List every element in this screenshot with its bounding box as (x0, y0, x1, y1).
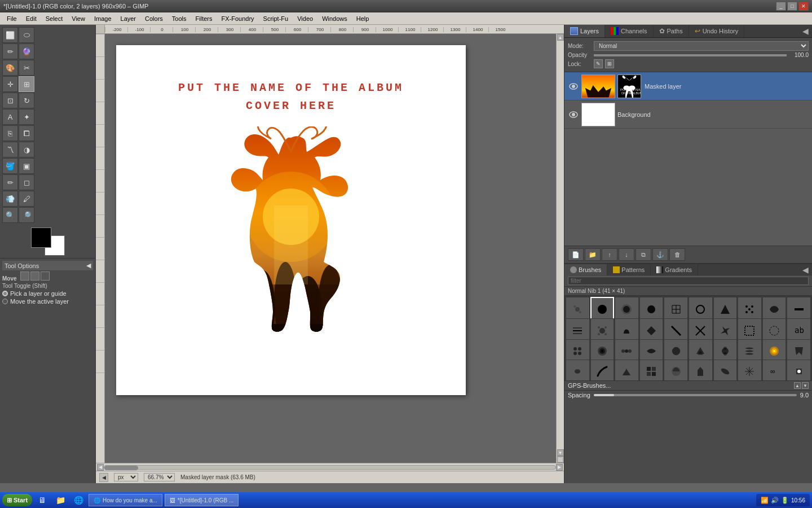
h-scrollbar-track[interactable] (104, 465, 556, 470)
tool-perspective[interactable]: ⧠ (19, 125, 34, 141)
tool-clone[interactable]: ⎘ (2, 125, 18, 141)
brush-item[interactable] (689, 360, 713, 380)
menu-layer[interactable]: Layer (116, 14, 141, 23)
tab-layers[interactable]: Layers (564, 25, 605, 37)
brush-item[interactable]: ∞ (762, 360, 787, 380)
menu-colors[interactable]: Colors (140, 14, 167, 23)
tool-heal[interactable]: ✦ (19, 109, 34, 125)
raise-layer-button[interactable]: ↑ (602, 248, 617, 261)
guides-icon[interactable] (30, 271, 39, 281)
menu-file[interactable]: File (2, 14, 21, 23)
brush-item[interactable] (664, 297, 688, 321)
layer-item-background[interactable]: Background (564, 100, 812, 129)
brush-item[interactable] (615, 297, 639, 321)
tool-ink[interactable]: 🖊 (19, 191, 34, 207)
scroll-down[interactable]: ▼ (557, 449, 564, 456)
layer-eye-background[interactable] (568, 109, 579, 120)
brushes-collapse-btn[interactable]: ◀ (799, 265, 812, 274)
tool-smudge[interactable]: 〽 (2, 142, 18, 157)
panel-collapse-btn[interactable]: ◀ (799, 27, 812, 36)
minimize-button[interactable]: _ (776, 2, 786, 11)
tool-bucket[interactable]: 🪣 (2, 158, 18, 174)
brush-item[interactable] (787, 360, 811, 380)
brush-filter-input[interactable] (568, 277, 809, 285)
extra-icon[interactable] (41, 271, 50, 281)
duplicate-layer-button[interactable]: ⧉ (636, 248, 651, 261)
menu-view[interactable]: View (67, 14, 90, 23)
tab-undo-history[interactable]: ↩ Undo History (689, 25, 745, 37)
brush-item[interactable] (689, 297, 713, 321)
tab-paths[interactable]: ✿ Paths (654, 25, 689, 37)
maximize-button[interactable]: □ (787, 2, 797, 11)
brush-item[interactable] (566, 360, 590, 380)
menu-tools[interactable]: Tools (167, 14, 191, 23)
tool-dodge[interactable]: ◑ (19, 142, 34, 157)
delete-layer-button[interactable]: 🗑 (669, 248, 685, 261)
brush-item[interactable] (664, 360, 688, 380)
mode-select[interactable]: Normal Multiply Screen Overlay (594, 41, 809, 51)
taskbar-quick-3[interactable]: 🌐 (70, 494, 86, 506)
brush-item[interactable] (615, 360, 639, 380)
lower-layer-button[interactable]: ↓ (619, 248, 634, 261)
brush-item-selected[interactable] (590, 297, 615, 321)
tool-rotate[interactable]: ↻ (19, 93, 34, 108)
brush-item[interactable] (713, 297, 738, 321)
menu-video[interactable]: Video (293, 14, 317, 23)
open-layer-folder-button[interactable]: 📁 (585, 248, 601, 261)
radio-move-active[interactable]: Move the active layer (2, 298, 93, 305)
brush-item[interactable] (738, 360, 762, 380)
tool-free-select[interactable]: ✏ (2, 43, 18, 59)
menu-scriptfu[interactable]: Script-Fu (259, 14, 293, 23)
unit-select[interactable]: px mm in (114, 473, 138, 481)
patterns-tab[interactable]: Patterns (607, 264, 651, 275)
lock-paint-icon[interactable]: ✎ (594, 59, 603, 68)
opacity-slider[interactable] (594, 54, 787, 56)
brush-item[interactable] (713, 360, 738, 380)
tool-blend[interactable]: ▣ (19, 158, 34, 174)
h-scrollbar-thumb[interactable] (104, 466, 138, 470)
brushes-scroll-down[interactable]: ▼ (802, 382, 809, 389)
tool-eraser[interactable]: ◻ (19, 174, 34, 190)
menu-select[interactable]: Select (41, 14, 68, 23)
brush-item[interactable] (762, 297, 787, 321)
tool-options-collapse[interactable]: ◀ (86, 262, 91, 269)
tool-ellipse-select[interactable]: ⬭ (19, 27, 34, 43)
vertical-scrollbar[interactable]: ▲ ▼ ⊡ (556, 34, 564, 463)
brushes-scroll-up[interactable]: ▲ (794, 382, 801, 389)
brush-item[interactable] (639, 297, 664, 321)
new-layer-button[interactable]: 📄 (568, 248, 584, 261)
taskbar-quick-2[interactable]: 📁 (52, 494, 68, 506)
zoom-select[interactable]: 66.7% 100% 50% (144, 473, 175, 481)
tool-move[interactable]: ✛ (2, 76, 18, 92)
menu-windows[interactable]: Windows (317, 14, 352, 23)
tool-crop[interactable]: ⊡ (2, 93, 18, 108)
tool-pencil[interactable]: ✏ (2, 174, 18, 190)
tab-channels[interactable]: Channels (605, 25, 653, 37)
anchor-layer-button[interactable]: ⚓ (652, 248, 668, 261)
tool-airbrush[interactable]: 💨 (2, 191, 18, 207)
tool-zoom[interactable]: 🔎 (19, 207, 34, 223)
tool-scissors[interactable]: ✂ (19, 60, 34, 76)
layer-item-masked[interactable]: PUT THE NAMEOF THE ALBUM Masked layer (564, 72, 812, 100)
foreground-color-swatch[interactable] (31, 227, 51, 248)
menu-filters[interactable]: Filters (191, 14, 217, 23)
statusbar-left-btn[interactable]: ◀ (99, 473, 108, 482)
layer-icon[interactable] (20, 271, 29, 281)
brush-item[interactable] (566, 297, 590, 321)
menu-fx[interactable]: FX-Foundry (217, 14, 258, 23)
brush-item[interactable] (639, 360, 664, 380)
tool-rect-select[interactable]: ⬜ (2, 27, 18, 43)
brush-item[interactable] (590, 360, 615, 380)
taskbar-item-gimp[interactable]: 🖼 *[Untitled]-1.0 (RGB ... (165, 494, 239, 506)
menu-edit[interactable]: Edit (21, 14, 41, 23)
scroll-left[interactable]: ◀ (97, 464, 104, 471)
layer-eye-masked[interactable] (568, 81, 579, 92)
scroll-up[interactable]: ▲ (557, 34, 564, 41)
tool-color-picker[interactable]: 🔍 (2, 207, 18, 223)
tool-align[interactable]: ⊞ (19, 76, 34, 92)
brush-item[interactable] (787, 297, 811, 321)
menu-help[interactable]: Help (352, 14, 374, 23)
lock-alpha-icon[interactable]: ⊞ (605, 59, 614, 68)
taskbar-item-browser[interactable]: 🌐 How do you make a... (89, 494, 162, 506)
gradients-tab[interactable]: Gradients (651, 264, 698, 275)
